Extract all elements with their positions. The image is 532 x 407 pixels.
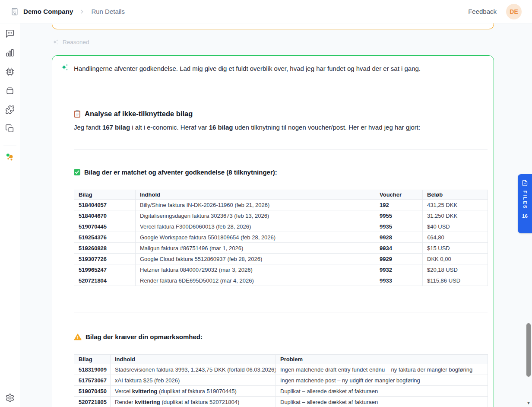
divider (74, 149, 488, 150)
cell-voucher: 9929 (375, 254, 423, 264)
cell-bilag: 520721804 (74, 275, 136, 286)
cell-indhold: Mailgun faktura #86751496 (mar 1, 2026) (136, 243, 375, 254)
workflow-logo-icon[interactable] (5, 152, 15, 162)
table-row: 520721804Render faktura 6DE695D50012 (ma… (74, 275, 488, 286)
attention-section-heading-row: Bilag der kræver din opmærksomhed: (74, 333, 488, 340)
table-row: 519965247Hetzner faktura 084000729032 (m… (74, 264, 488, 275)
files-tab-label: FILES (522, 191, 528, 210)
cell-voucher: 9935 (375, 221, 423, 232)
clipboard-icon (74, 110, 81, 118)
cell-belob: $115,86 USD (423, 275, 488, 286)
col-indhold: Indhold (136, 190, 375, 200)
sparkles-icon-muted (52, 39, 59, 45)
scrollbar-thumb[interactable] (526, 323, 531, 377)
pending-actions-box (52, 23, 494, 29)
top-bar: Demo Company Run Details Feedback DE (0, 0, 532, 23)
col-indhold: Indhold (111, 355, 276, 364)
analysis-heading: Analyse af ikke-tilknyttede bilag (85, 110, 193, 118)
check-mark-icon (74, 169, 80, 175)
cell-bilag: 518404057 (74, 200, 136, 210)
summary-text: uden tilknytning til nogen voucher/post.… (233, 124, 421, 131)
col-bilag: Bilag (74, 355, 111, 364)
chevron-right-icon (79, 9, 85, 15)
files-tab-count: 16 (522, 213, 528, 219)
cell-belob: DKK 0,00 (423, 254, 488, 264)
cell-indhold: Google Workspace faktura 5501809654 (feb… (136, 232, 375, 243)
cell-voucher: 192 (375, 200, 423, 210)
summary-text: i alt i e-conomic. Heraf var (130, 124, 209, 131)
col-bilag: Bilag (74, 190, 136, 200)
cell-bilag: 519307726 (74, 254, 136, 264)
summary-count-unattached: 16 bilag (209, 124, 233, 131)
cell-belob: $40 USD (423, 221, 488, 232)
cell-indhold: Hetzner faktura 084000729032 (mar 3, 202… (136, 264, 375, 275)
cell-belob: $15 USD (423, 243, 488, 254)
archive-icon[interactable] (5, 86, 15, 95)
assistant-message-box: Handlingerne afventer godkendelse. Lad m… (52, 55, 494, 407)
divider (74, 91, 488, 91)
cell-voucher: 9928 (375, 232, 423, 243)
analysis-summary: Jeg fandt 167 bilag i alt i e-conomic. H… (74, 124, 488, 131)
settings-gear-icon[interactable] (5, 393, 15, 403)
cell-indhold: Render faktura 6DE695D50012 (mar 4, 2026… (136, 275, 375, 286)
duplicate-copy-icon[interactable] (5, 124, 15, 134)
attention-table-header-row: Bilag Indhold Problem (74, 355, 488, 364)
building-icon (10, 7, 19, 16)
cell-indhold: xAI faktura $25 (feb 2026) (111, 375, 276, 386)
matched-section-heading-row: Bilag der er matchet og afventer godkend… (74, 169, 488, 176)
analytics-icon[interactable] (5, 48, 15, 57)
integrations-puzzle-icon[interactable] (5, 105, 15, 114)
cell-problem: Duplikat – allerede dækket af fakturaen (276, 397, 488, 407)
feedback-link[interactable]: Feedback (468, 8, 497, 15)
cell-bilag: 519260828 (74, 243, 136, 254)
matched-section-heading: Bilag der er matchet og afventer godkend… (84, 169, 277, 176)
cell-voucher: 9955 (375, 210, 423, 221)
cell-belob: $20,18 USD (423, 264, 488, 275)
warning-icon (74, 334, 82, 340)
cell-bilag: 520721805 (74, 397, 111, 407)
cell-problem: Duplikat – allerede dækket af fakturaen (276, 386, 488, 397)
cell-problem: Ingen matchende post – ny udgift der man… (276, 375, 488, 386)
cell-voucher: 9934 (375, 243, 423, 254)
cell-indhold: Render kvittering (duplikat af faktura 5… (111, 397, 276, 407)
summary-count-total: 167 bilag (102, 124, 130, 131)
assistant-intro-text: Handlingerne afventer godkendelse. Lad m… (74, 56, 488, 73)
file-icon (522, 179, 528, 187)
breadcrumb-company[interactable]: Demo Company (10, 7, 73, 16)
col-belob: Beløb (423, 190, 488, 200)
col-problem: Problem (276, 355, 488, 364)
cell-bilag: 518319009 (74, 364, 111, 375)
cell-problem: Ingen matchende draft entry fundet endnu… (276, 364, 488, 375)
table-row: 519307726Google Cloud faktura 5512860937… (74, 254, 488, 264)
table-row: 519070450 Vercel kvittering (duplikat af… (74, 386, 488, 397)
cell-bilag: 518404670 (74, 210, 136, 221)
scrollbar-down-arrow[interactable]: ▼ (526, 401, 531, 405)
cell-belob: €64,80 (423, 232, 488, 243)
cell-voucher: 9933 (375, 275, 423, 286)
table-row: 519254376Google Workspace faktura 550180… (74, 232, 488, 243)
cell-bilag: 519254376 (74, 232, 136, 243)
summary-text: Jeg fandt (74, 124, 102, 131)
run-details-main: Reasoned Handlingerne afventer godkendel… (20, 23, 532, 407)
table-row: 520721805 Render kvittering (duplikat af… (74, 397, 488, 407)
cell-belob: 31.250 DKK (423, 210, 488, 221)
attention-table: Bilag Indhold Problem 518319009 Stadsrev… (74, 354, 488, 407)
files-panel-tab[interactable]: FILES 16 (518, 174, 532, 233)
table-row: 518404670Digitaliseringsdagen faktura 30… (74, 210, 488, 221)
sidebar (0, 23, 20, 407)
cell-indhold: Digitaliseringsdagen faktura 3023673 (fe… (136, 210, 375, 221)
divider (74, 312, 488, 312)
reasoned-row[interactable]: Reasoned (52, 39, 89, 45)
cpu-icon[interactable] (5, 67, 15, 76)
cell-indhold: Vercel faktura F300D6060013 (feb 28, 202… (136, 221, 375, 232)
breadcrumb-run-details: Run Details (91, 8, 125, 15)
table-row: 518404057Billy/Shine faktura IN-DK-2026-… (74, 200, 488, 210)
table-row: 519260828Mailgun faktura #86751496 (mar … (74, 243, 488, 254)
cell-bilag: 519070445 (74, 221, 136, 232)
chat-icon[interactable] (5, 29, 15, 38)
matched-table: Bilag Indhold Voucher Beløb 518404057Bil… (74, 190, 488, 286)
cell-bilag: 519965247 (74, 264, 136, 275)
cell-indhold: Stadsrevisionen faktura 3993, 1.243,75 D… (111, 364, 276, 375)
avatar[interactable]: DE (506, 4, 522, 19)
table-row: 519070445Vercel faktura F300D6060013 (fe… (74, 221, 488, 232)
